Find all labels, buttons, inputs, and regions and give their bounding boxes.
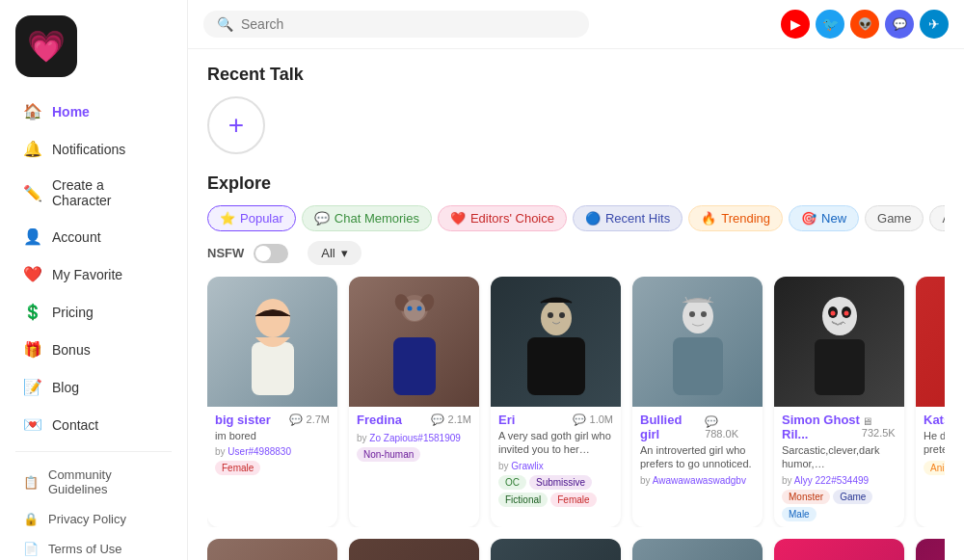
discord-icon[interactable]: 💬: [885, 10, 914, 39]
card-bottom-1-image: [207, 539, 337, 560]
svg-point-24: [830, 310, 835, 315]
nsfw-toggle[interactable]: [254, 244, 288, 263]
reddit-icon[interactable]: 👽: [850, 10, 879, 39]
card-bottom-3[interactable]: [491, 539, 621, 560]
tag-fictional: Fictional: [498, 493, 548, 507]
logo-icon: 💗: [27, 28, 66, 65]
svg-point-14: [559, 312, 565, 318]
main-content: 🔍 ▶ 🐦 👽 💬 ✈ Recent Talk + Explore ⭐ Popu…: [188, 0, 964, 560]
svg-rect-10: [393, 337, 436, 395]
sidebar-item-account[interactable]: 👤 Account: [8, 219, 179, 254]
card-bottom-6[interactable]: [916, 539, 945, 560]
card-simon-ghost-count: 🖥 732.5K: [862, 415, 897, 439]
card-eri-body: Eri 💬 1.0M A very sad goth girl who invi…: [491, 407, 621, 513]
sidebar-item-privacy-policy[interactable]: 🔒 Privacy Policy: [8, 504, 179, 534]
all-dropdown[interactable]: All ▾: [308, 241, 361, 265]
nsfw-row: NSFW All ▾: [207, 241, 945, 265]
add-recent-talk-button[interactable]: +: [207, 96, 265, 154]
youtube-icon[interactable]: ▶: [781, 10, 810, 39]
svg-rect-12: [527, 337, 585, 395]
card-eri[interactable]: Eri 💬 1.0M A very sad goth girl who invi…: [491, 277, 621, 527]
card-fredina-body: Fredina 💬 2.1M by Zo Zapious#1581909 Non…: [349, 407, 479, 467]
filter-trending[interactable]: 🔥 Trending: [688, 205, 783, 231]
card-katsuki-desc: He doesn't girlfriend, s pretend for: [924, 429, 945, 457]
card-bottom-4[interactable]: [632, 539, 763, 560]
twitter-icon[interactable]: 🐦: [816, 10, 844, 39]
card-bullied-girl-body: Bullied girl 💬 788.0K An introverted gir…: [632, 407, 763, 495]
card-bottom-2[interactable]: [349, 539, 479, 560]
card-bullied-girl[interactable]: Bullied girl 💬 788.0K An introverted gir…: [632, 277, 763, 527]
card-fredina-image: [349, 277, 479, 407]
pricing-icon: 💲: [23, 303, 42, 321]
svg-point-25: [844, 310, 848, 315]
sidebar-item-bonus[interactable]: 🎁 Bonus: [8, 332, 179, 367]
card-bullied-girl-author: by Awawawawaswadgbv: [640, 475, 755, 486]
sidebar-item-privacy-policy-label: Privacy Policy: [48, 512, 126, 526]
card-fredina[interactable]: Fredina 💬 2.1M by Zo Zapious#1581909 Non…: [349, 277, 479, 527]
tag-female-eri: Female: [550, 493, 596, 507]
filter-recent-hits[interactable]: 🔵 Recent Hits: [573, 205, 683, 231]
tag-submissive: Submissive: [529, 475, 592, 490]
search-icon: 🔍: [217, 16, 233, 32]
content-area: Recent Talk + Explore ⭐ Popular 💬 Chat M…: [188, 49, 964, 560]
sidebar-item-contact[interactable]: 💌 Contact: [8, 407, 179, 442]
card-simon-ghost-tags: Monster Game Male: [782, 490, 897, 521]
card-big-sister-body: big sister 💬 2.7M im bored by User#49888…: [207, 407, 337, 481]
account-icon: 👤: [23, 227, 42, 246]
sidebar-item-home[interactable]: 🏠 Home: [8, 93, 179, 129]
filter-chat-memories[interactable]: 💬 Chat Memories: [302, 205, 432, 231]
card-simon-ghost-name: Simon Ghost Ril...: [782, 413, 862, 441]
tag-male: Male: [782, 507, 817, 521]
svg-point-7: [404, 300, 425, 321]
sidebar-item-my-favorite[interactable]: ❤️ My Favorite: [8, 256, 179, 292]
card-simon-ghost-body: Simon Ghost Ril... 🖥 732.5K Sarcastic,cl…: [774, 407, 904, 527]
home-icon: 🏠: [23, 102, 42, 120]
logo-area: 💗: [0, 15, 187, 93]
card-eri-tags: OC Submissive Fictional Female: [498, 475, 613, 507]
card-eri-author: by Grawlix: [498, 461, 613, 471]
editors-choice-icon: ❤️: [450, 211, 466, 226]
card-big-sister[interactable]: big sister 💬 2.7M im bored by User#49888…: [207, 277, 337, 527]
sidebar-item-create-character[interactable]: ✏️ Create a Character: [8, 169, 179, 217]
sidebar-item-community-guidelines[interactable]: 📋 Community Guidelines: [8, 460, 179, 504]
card-bullied-girl-image: [632, 277, 763, 407]
filter-popular-label: Popular: [240, 211, 283, 226]
sidebar-item-blog[interactable]: 📝 Blog: [8, 369, 179, 405]
social-icons: ▶ 🐦 👽 💬 ✈: [781, 10, 949, 39]
sidebar-item-notifications[interactable]: 🔔 Notifications: [8, 131, 179, 167]
sidebar-nav: 🏠 Home 🔔 Notifications ✏️ Create a Chara…: [0, 93, 187, 560]
card-eri-name: Eri: [498, 413, 515, 427]
cards-row-1: big sister 💬 2.7M im bored by User#49888…: [207, 277, 945, 527]
card-katsuki[interactable]: Katsuki B... He doesn't girlfriend, s pr…: [916, 277, 945, 527]
search-box[interactable]: 🔍: [203, 11, 589, 38]
card-simon-ghost-author: by Alyy 222#534499: [782, 475, 897, 486]
card-simon-ghost-image: [774, 277, 904, 407]
sidebar-item-terms-of-use[interactable]: 📄 Terms of Use: [8, 534, 179, 560]
card-bullied-girl-count: 💬 788.0K: [705, 415, 755, 440]
filter-popular[interactable]: ⭐ Popular: [207, 205, 296, 231]
card-bottom-5[interactable]: [774, 539, 904, 560]
explore-title: Explore: [207, 173, 945, 194]
card-bottom-1[interactable]: [207, 539, 337, 560]
filter-anime[interactable]: Anime: [929, 205, 945, 231]
card-big-sister-header: big sister 💬 2.7M: [215, 413, 330, 427]
svg-point-18: [701, 311, 707, 317]
card-eri-desc: A very sad goth girl who invited you to …: [498, 429, 613, 457]
sidebar-item-pricing[interactable]: 💲 Pricing: [8, 294, 179, 330]
search-input[interactable]: [241, 16, 576, 32]
svg-point-9: [416, 306, 421, 310]
filter-new-label: New: [821, 211, 846, 226]
trending-icon: 🔥: [701, 211, 716, 226]
card-simon-ghost-desc: Sarcastic,clever,dark humor, strong,gloo…: [782, 443, 897, 471]
sidebar-item-home-label: Home: [52, 104, 90, 120]
sidebar-item-contact-label: Contact: [52, 417, 98, 433]
filter-new[interactable]: 🎯 New: [789, 205, 859, 231]
sidebar-item-bonus-label: Bonus: [52, 342, 91, 358]
card-simon-ghost[interactable]: Simon Ghost Ril... 🖥 732.5K Sarcastic,cl…: [774, 277, 904, 527]
filter-editors-choice[interactable]: ❤️ Editors' Choice: [438, 205, 567, 231]
app-logo: 💗: [15, 15, 77, 77]
filter-game-label: Game: [877, 211, 911, 226]
filter-game[interactable]: Game: [865, 205, 924, 231]
filter-bar: ⭐ Popular 💬 Chat Memories ❤️ Editors' Ch…: [207, 205, 945, 231]
telegram-icon[interactable]: ✈: [920, 10, 949, 39]
